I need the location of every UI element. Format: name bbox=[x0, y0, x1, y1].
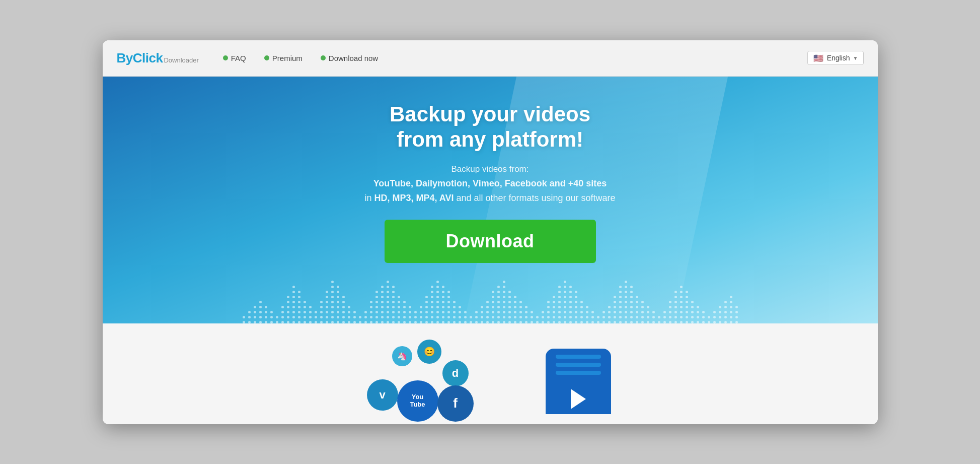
bubble-dailymotion: d bbox=[442, 360, 469, 386]
logo[interactable]: ByClickDownloader bbox=[117, 50, 199, 66]
play-triangle-icon bbox=[571, 389, 586, 409]
bubble-vimeo: v bbox=[367, 379, 398, 411]
nav-dot-premium bbox=[264, 55, 269, 60]
stripe-1 bbox=[556, 355, 601, 359]
logo-downloader: Downloader bbox=[164, 56, 198, 64]
bubble-unicorn: 🦄 bbox=[392, 346, 412, 366]
flag-icon: 🇺🇸 bbox=[813, 54, 824, 61]
play-box bbox=[543, 334, 614, 414]
nav-premium[interactable]: Premium bbox=[264, 54, 303, 62]
logo-by: By bbox=[117, 50, 133, 66]
stripe-2 bbox=[556, 363, 601, 367]
lang-label: English bbox=[827, 54, 850, 62]
hero-formats-suffix: and all other formats using our software bbox=[454, 193, 615, 203]
hero-formats: in HD, MP3, MP4, AVI and all other forma… bbox=[364, 193, 615, 204]
hero-title: Backup your videos from any platform! bbox=[390, 102, 590, 153]
hero-platforms: YouTube, Dailymotion, Vimeo, Facebook an… bbox=[373, 178, 607, 189]
nav-dot-faq bbox=[223, 55, 228, 60]
play-box-shape bbox=[546, 349, 611, 414]
hero-formats-bold: HD, MP3, MP4, AVI bbox=[374, 193, 454, 203]
hero-title-line1: Backup your videos bbox=[390, 102, 590, 126]
bubble-facebook: f bbox=[437, 385, 474, 422]
bubble-twitch: 😊 bbox=[417, 340, 441, 364]
download-button[interactable]: Download bbox=[385, 220, 596, 263]
logo-click: Click bbox=[133, 50, 163, 66]
nav-faq[interactable]: FAQ bbox=[223, 54, 246, 62]
hero-subtitle: Backup videos from: bbox=[451, 164, 529, 174]
hero-platforms-bold: YouTube, Dailymotion, Vimeo, Facebook an… bbox=[373, 178, 607, 188]
hero-formats-prefix: in bbox=[364, 193, 374, 203]
nav-download-now-label: Download now bbox=[329, 54, 378, 62]
chevron-down-icon: ▼ bbox=[853, 55, 858, 61]
language-selector[interactable]: 🇺🇸 English ▼ bbox=[807, 51, 864, 65]
nav-links: FAQ Premium Download now bbox=[223, 54, 807, 62]
play-box-stripes bbox=[546, 355, 611, 375]
nav-faq-label: FAQ bbox=[231, 54, 246, 62]
bubble-youtube: YouTube bbox=[397, 380, 438, 422]
navbar: ByClickDownloader FAQ Premium Download n… bbox=[103, 40, 878, 77]
browser-window: ByClickDownloader FAQ Premium Download n… bbox=[103, 40, 878, 424]
nav-premium-label: Premium bbox=[272, 54, 303, 62]
hero-section: Backup your videos from any platform! Ba… bbox=[103, 77, 878, 323]
hero-title-line2: from any platform! bbox=[397, 127, 583, 151]
platform-bubbles: 🦄 😊 d v YouTube f bbox=[367, 334, 483, 422]
nav-download-now[interactable]: Download now bbox=[321, 54, 378, 62]
nav-dot-download bbox=[321, 55, 326, 60]
bottom-section: 🦄 😊 d v YouTube f bbox=[103, 323, 878, 424]
